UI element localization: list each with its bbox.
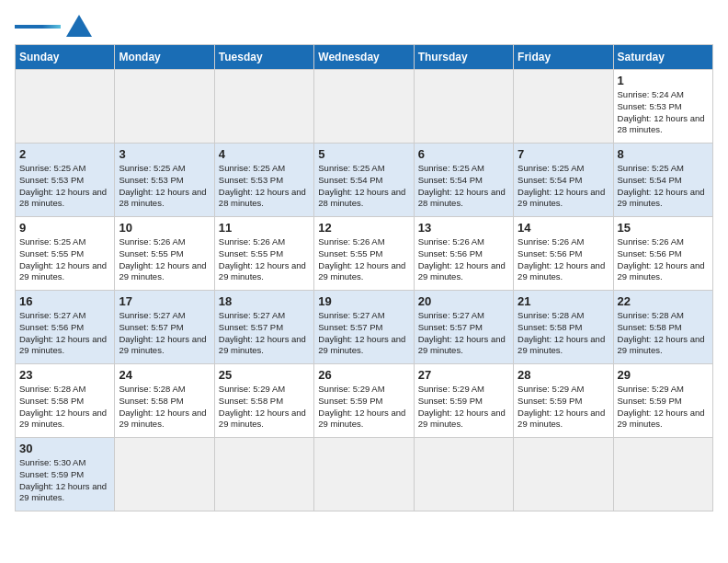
cell-sun-info: Sunrise: 5:26 AMSunset: 5:55 PMDaylight:… [318, 236, 409, 283]
calendar-cell: 30Sunrise: 5:30 AMSunset: 5:59 PMDayligh… [16, 438, 115, 511]
calendar-cell: 26Sunrise: 5:29 AMSunset: 5:59 PMDayligh… [314, 364, 414, 438]
calendar-cell: 4Sunrise: 5:25 AMSunset: 5:53 PMDaylight… [214, 144, 313, 217]
cell-sun-info: Sunrise: 5:26 AMSunset: 5:56 PMDaylight:… [518, 236, 609, 283]
cell-sun-info: Sunrise: 5:29 AMSunset: 5:59 PMDaylight:… [518, 384, 609, 431]
calendar-cell: 21Sunrise: 5:28 AMSunset: 5:58 PMDayligh… [514, 291, 613, 364]
calendar-cell [314, 70, 414, 144]
calendar-cell: 7Sunrise: 5:25 AMSunset: 5:54 PMDaylight… [514, 144, 613, 217]
cell-sun-info: Sunrise: 5:28 AMSunset: 5:58 PMDaylight:… [518, 310, 609, 357]
calendar-cell [214, 70, 313, 144]
day-number: 12 [318, 221, 409, 235]
day-number: 11 [219, 221, 310, 235]
calendar-cell: 16Sunrise: 5:27 AMSunset: 5:56 PMDayligh… [16, 291, 115, 364]
cell-sun-info: Sunrise: 5:30 AMSunset: 5:59 PMDaylight:… [19, 457, 110, 504]
day-number: 16 [19, 294, 110, 308]
logo [15, 15, 92, 37]
calendar-cell: 23Sunrise: 5:28 AMSunset: 5:58 PMDayligh… [16, 364, 115, 438]
calendar-cell [314, 438, 414, 511]
day-number: 5 [318, 147, 409, 161]
day-number: 3 [119, 147, 210, 161]
cell-sun-info: Sunrise: 5:27 AMSunset: 5:56 PMDaylight:… [19, 310, 110, 357]
page-header [15, 15, 713, 37]
calendar-cell: 17Sunrise: 5:27 AMSunset: 5:57 PMDayligh… [115, 291, 214, 364]
day-number: 15 [618, 221, 709, 235]
calendar-cell: 24Sunrise: 5:28 AMSunset: 5:58 PMDayligh… [115, 364, 214, 438]
cell-sun-info: Sunrise: 5:27 AMSunset: 5:57 PMDaylight:… [219, 310, 310, 357]
cell-sun-info: Sunrise: 5:25 AMSunset: 5:54 PMDaylight:… [318, 163, 409, 210]
calendar-cell: 28Sunrise: 5:29 AMSunset: 5:59 PMDayligh… [514, 364, 613, 438]
cell-sun-info: Sunrise: 5:29 AMSunset: 5:59 PMDaylight:… [318, 384, 409, 431]
calendar-cell: 10Sunrise: 5:26 AMSunset: 5:55 PMDayligh… [115, 217, 214, 291]
calendar-cell: 29Sunrise: 5:29 AMSunset: 5:59 PMDayligh… [613, 364, 712, 438]
cell-sun-info: Sunrise: 5:28 AMSunset: 5:58 PMDaylight:… [618, 310, 709, 357]
calendar-cell: 18Sunrise: 5:27 AMSunset: 5:57 PMDayligh… [214, 291, 313, 364]
weekday-header-monday: Monday [115, 45, 214, 70]
calendar-week-row: 1Sunrise: 5:24 AMSunset: 5:53 PMDaylight… [16, 70, 713, 144]
weekday-header-saturday: Saturday [613, 45, 712, 70]
day-number: 27 [418, 368, 509, 382]
day-number: 26 [318, 368, 409, 382]
calendar-cell: 8Sunrise: 5:25 AMSunset: 5:54 PMDaylight… [613, 144, 712, 217]
day-number: 29 [618, 368, 709, 382]
calendar-cell: 20Sunrise: 5:27 AMSunset: 5:57 PMDayligh… [414, 291, 513, 364]
cell-sun-info: Sunrise: 5:27 AMSunset: 5:57 PMDaylight:… [418, 310, 509, 357]
calendar-cell [414, 70, 513, 144]
weekday-header-friday: Friday [514, 45, 613, 70]
weekday-header-row: SundayMondayTuesdayWednesdayThursdayFrid… [16, 45, 713, 70]
calendar-cell [115, 438, 214, 511]
day-number: 6 [418, 147, 509, 161]
cell-sun-info: Sunrise: 5:26 AMSunset: 5:56 PMDaylight:… [418, 236, 509, 283]
cell-sun-info: Sunrise: 5:25 AMSunset: 5:53 PMDaylight:… [219, 163, 310, 210]
cell-sun-info: Sunrise: 5:26 AMSunset: 5:56 PMDaylight:… [618, 236, 709, 283]
day-number: 20 [418, 294, 509, 308]
calendar-cell: 9Sunrise: 5:25 AMSunset: 5:55 PMDaylight… [16, 217, 115, 291]
calendar-cell: 22Sunrise: 5:28 AMSunset: 5:58 PMDayligh… [613, 291, 712, 364]
cell-sun-info: Sunrise: 5:25 AMSunset: 5:53 PMDaylight:… [119, 163, 210, 210]
calendar-cell: 27Sunrise: 5:29 AMSunset: 5:59 PMDayligh… [414, 364, 513, 438]
calendar-cell [115, 70, 214, 144]
day-number: 24 [119, 368, 210, 382]
day-number: 8 [618, 147, 709, 161]
calendar-week-row: 2Sunrise: 5:25 AMSunset: 5:53 PMDaylight… [16, 144, 713, 217]
day-number: 1 [618, 74, 709, 87]
day-number: 21 [518, 294, 609, 308]
day-number: 23 [19, 368, 110, 382]
calendar-cell: 15Sunrise: 5:26 AMSunset: 5:56 PMDayligh… [613, 217, 712, 291]
day-number: 28 [518, 368, 609, 382]
calendar-cell: 25Sunrise: 5:29 AMSunset: 5:58 PMDayligh… [214, 364, 313, 438]
calendar-week-row: 30Sunrise: 5:30 AMSunset: 5:59 PMDayligh… [16, 438, 713, 511]
weekday-header-sunday: Sunday [16, 45, 115, 70]
calendar-cell: 3Sunrise: 5:25 AMSunset: 5:53 PMDaylight… [115, 144, 214, 217]
day-number: 9 [19, 221, 110, 235]
cell-sun-info: Sunrise: 5:29 AMSunset: 5:58 PMDaylight:… [219, 384, 310, 431]
calendar-week-row: 23Sunrise: 5:28 AMSunset: 5:58 PMDayligh… [16, 364, 713, 438]
calendar-cell: 1Sunrise: 5:24 AMSunset: 5:53 PMDaylight… [613, 70, 712, 144]
cell-sun-info: Sunrise: 5:29 AMSunset: 5:59 PMDaylight:… [618, 384, 709, 431]
day-number: 17 [119, 294, 210, 308]
day-number: 10 [119, 221, 210, 235]
calendar-table: SundayMondayTuesdayWednesdayThursdayFrid… [15, 44, 713, 511]
cell-sun-info: Sunrise: 5:28 AMSunset: 5:58 PMDaylight:… [119, 384, 210, 431]
calendar-cell: 2Sunrise: 5:25 AMSunset: 5:53 PMDaylight… [16, 144, 115, 217]
day-number: 14 [518, 221, 609, 235]
day-number: 30 [19, 442, 110, 455]
day-number: 22 [618, 294, 709, 308]
day-number: 25 [219, 368, 310, 382]
calendar-week-row: 16Sunrise: 5:27 AMSunset: 5:56 PMDayligh… [16, 291, 713, 364]
calendar-week-row: 9Sunrise: 5:25 AMSunset: 5:55 PMDaylight… [16, 217, 713, 291]
day-number: 7 [518, 147, 609, 161]
logo-triangle-icon [66, 15, 92, 37]
cell-sun-info: Sunrise: 5:25 AMSunset: 5:54 PMDaylight:… [618, 163, 709, 210]
cell-sun-info: Sunrise: 5:29 AMSunset: 5:59 PMDaylight:… [418, 384, 509, 431]
cell-sun-info: Sunrise: 5:27 AMSunset: 5:57 PMDaylight:… [318, 310, 409, 357]
cell-sun-info: Sunrise: 5:28 AMSunset: 5:58 PMDaylight:… [19, 384, 110, 431]
weekday-header-tuesday: Tuesday [214, 45, 313, 70]
calendar-cell [414, 438, 513, 511]
calendar-cell: 13Sunrise: 5:26 AMSunset: 5:56 PMDayligh… [414, 217, 513, 291]
calendar-cell [214, 438, 313, 511]
cell-sun-info: Sunrise: 5:25 AMSunset: 5:53 PMDaylight:… [19, 163, 110, 210]
day-number: 19 [318, 294, 409, 308]
calendar-cell [16, 70, 115, 144]
weekday-header-thursday: Thursday [414, 45, 513, 70]
cell-sun-info: Sunrise: 5:24 AMSunset: 5:53 PMDaylight:… [618, 89, 709, 136]
